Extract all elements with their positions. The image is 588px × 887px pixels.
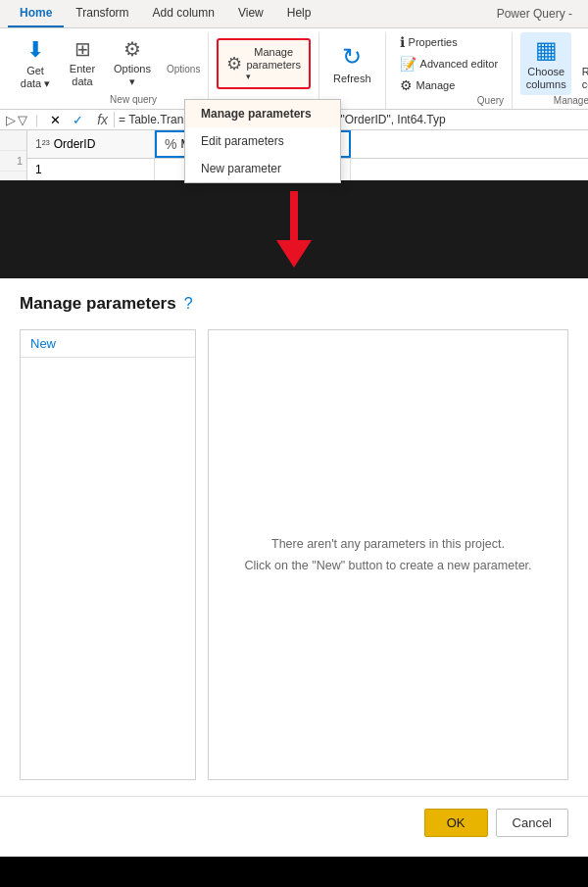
arrow-shaft <box>290 191 298 240</box>
options-button[interactable]: ⚙ Options ▾ <box>108 33 157 92</box>
refresh-icon: ↻ <box>342 43 362 71</box>
col-header-orderid[interactable]: 1²³ OrderID <box>27 130 155 158</box>
advanced-editor-button[interactable]: 📝 Advanced editor <box>394 54 505 74</box>
properties-label: Properties <box>409 36 458 48</box>
remove-columns-button[interactable]: ✕ Remove columns <box>575 32 588 95</box>
group-refresh: ↻ Refresh <box>319 32 386 109</box>
dialog-section: Manage parameters ? New There aren't any… <box>0 278 588 857</box>
enter-data-label: Enterdata <box>70 63 95 88</box>
manage-parameters-button[interactable]: ⚙ Manage parameters ▾ <box>217 38 311 89</box>
dialog-body: New There aren't any parameters in this … <box>0 321 588 796</box>
arrow-section <box>0 180 588 278</box>
remove-columns-label: Remove columns <box>581 66 588 91</box>
tab-view[interactable]: View <box>226 0 275 27</box>
tab-home[interactable]: Home <box>8 0 64 27</box>
new-param-button[interactable]: New <box>21 330 195 358</box>
tab-add-column[interactable]: Add column <box>141 0 226 27</box>
new-query-label: New query <box>110 94 157 108</box>
advanced-editor-label: Advanced editor <box>420 58 499 70</box>
line-numbers: 1 <box>0 130 27 180</box>
manage-params-label: Manage parameters <box>246 46 301 72</box>
query-group-label: Query <box>477 95 504 109</box>
properties-icon: ℹ <box>400 34 405 50</box>
no-params-message: There aren't any parameters in this proj… <box>244 533 531 577</box>
data-cell-orderid[interactable]: 1 <box>27 159 155 180</box>
ribbon-tabs: Home Transform Add column View Help Powe… <box>0 0 588 28</box>
dropdown-new-parameter[interactable]: New parameter <box>185 155 340 182</box>
ribbon-body: ⬇ Getdata ▾ ⊞ Enterdata ⚙ Options ▾ New … <box>0 28 588 110</box>
options-group-label: Options <box>167 64 200 77</box>
properties-button[interactable]: ℹ Properties <box>394 32 505 52</box>
manage-params-icon: ⚙ <box>226 53 242 74</box>
formula-nav: ▷ ▽ <box>6 113 27 127</box>
manage-icon: ⚙ <box>400 77 413 93</box>
formula-fx-label: fx <box>91 112 115 127</box>
tab-help[interactable]: Help <box>275 0 323 27</box>
choose-columns-icon: ▦ <box>535 36 558 64</box>
app-title: Power Query - <box>497 7 580 21</box>
refresh-button[interactable]: ↻ Refresh <box>327 39 377 89</box>
no-params-line2: Click on the "New" button to create a ne… <box>244 555 531 577</box>
manage-button[interactable]: ⚙ Manage <box>394 75 505 95</box>
nav-expand-icon[interactable]: ▷ <box>6 113 16 127</box>
params-detail-panel: There aren't any parameters in this proj… <box>208 329 568 780</box>
formula-check-icon[interactable]: ✓ <box>69 113 87 127</box>
get-data-icon: ⬇ <box>26 37 44 63</box>
get-data-button[interactable]: ⬇ Getdata ▾ <box>14 33 57 94</box>
dropdown-manage-parameters[interactable]: Manage parameters <box>185 100 340 127</box>
dialog-header: Manage parameters ? <box>0 278 588 321</box>
dialog-footer: OK Cancel <box>0 796 588 857</box>
get-data-label: Getdata ▾ <box>21 65 50 90</box>
line-num-1: 1 <box>0 151 26 172</box>
params-list-panel: New <box>20 329 196 780</box>
group-manage-params: ⚙ Manage parameters ▾ <box>209 32 319 109</box>
no-params-line1: There aren't any parameters in this proj… <box>244 533 531 556</box>
formula-close-icon[interactable]: ✕ <box>46 113 65 127</box>
tab-transform[interactable]: Transform <box>64 0 140 27</box>
arrow-head <box>276 240 312 268</box>
group-manage-columns: ▦ Choose columns ✕ Remove columns Manage… <box>513 32 588 109</box>
enter-data-button[interactable]: ⊞ Enterdata <box>61 33 104 92</box>
line-num-header <box>0 130 26 151</box>
options-label: Options ▾ <box>114 63 151 88</box>
manage-label: Manage <box>416 79 456 91</box>
ok-button[interactable]: OK <box>424 809 488 837</box>
enter-data-icon: ⊞ <box>74 37 91 61</box>
advanced-editor-icon: 📝 <box>400 56 416 72</box>
dropdown-edit-parameters[interactable]: Edit parameters <box>185 127 340 155</box>
refresh-label: Refresh <box>333 73 371 85</box>
margin-percent-icon: % <box>165 136 176 152</box>
ribbon-section: Home Transform Add column View Help Powe… <box>0 0 588 180</box>
dialog-title: Manage parameters <box>20 294 176 314</box>
help-icon[interactable]: ? <box>184 295 193 313</box>
refresh-group-label <box>374 89 377 103</box>
group-query: ℹ Properties 📝 Advanced editor ⚙ Manage … <box>386 32 514 109</box>
down-arrow <box>276 191 312 268</box>
choose-columns-button[interactable]: ▦ Choose columns <box>520 32 571 95</box>
manage-columns-group-label: Manage columns <box>554 95 588 109</box>
group-new-query: ⬇ Getdata ▾ ⊞ Enterdata ⚙ Options ▾ New … <box>6 32 209 109</box>
orderid-value: 1 <box>35 163 42 176</box>
col-header-label: OrderID <box>54 137 96 151</box>
choose-columns-label: Choose columns <box>526 66 566 91</box>
nav-collapse-icon[interactable]: ▽ <box>18 113 27 127</box>
manage-params-dropdown: Manage parameters Edit parameters New pa… <box>184 99 341 183</box>
options-icon: ⚙ <box>123 37 141 61</box>
col-type-icon: 1²³ <box>35 137 50 151</box>
cancel-button[interactable]: Cancel <box>496 809 568 837</box>
